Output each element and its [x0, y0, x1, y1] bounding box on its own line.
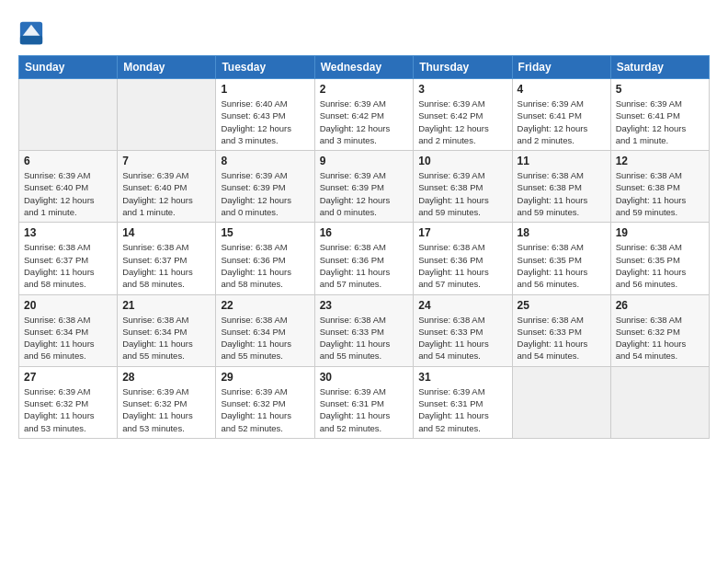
calendar-cell: 27Sunrise: 6:39 AM Sunset: 6:32 PM Dayli… — [19, 366, 118, 438]
calendar-week-row: 6Sunrise: 6:39 AM Sunset: 6:40 PM Daylig… — [19, 151, 710, 223]
day-number: 1 — [221, 83, 309, 96]
day-info: Sunrise: 6:38 AM Sunset: 6:36 PM Dayligh… — [320, 241, 409, 290]
day-number: 17 — [418, 226, 506, 239]
day-info: Sunrise: 6:38 AM Sunset: 6:37 PM Dayligh… — [24, 241, 112, 290]
calendar-cell: 16Sunrise: 6:38 AM Sunset: 6:36 PM Dayli… — [314, 223, 414, 294]
page: SundayMondayTuesdayWednesdayThursdayFrid… — [0, 0, 728, 563]
calendar-cell: 17Sunrise: 6:38 AM Sunset: 6:36 PM Dayli… — [414, 223, 512, 294]
day-info: Sunrise: 6:38 AM Sunset: 6:37 PM Dayligh… — [122, 241, 210, 290]
calendar-cell — [19, 79, 118, 151]
svg-rect-2 — [20, 36, 42, 44]
day-number: 9 — [320, 155, 409, 167]
calendar-week-row: 27Sunrise: 6:39 AM Sunset: 6:32 PM Dayli… — [19, 366, 710, 438]
calendar-cell: 10Sunrise: 6:39 AM Sunset: 6:38 PM Dayli… — [414, 151, 512, 223]
day-number: 25 — [518, 299, 606, 312]
day-info: Sunrise: 6:39 AM Sunset: 6:32 PM Dayligh… — [221, 385, 309, 434]
day-info: Sunrise: 6:39 AM Sunset: 6:31 PM Dayligh… — [320, 385, 409, 434]
calendar-cell — [118, 79, 216, 151]
day-number: 27 — [24, 371, 112, 384]
day-number: 10 — [418, 155, 506, 167]
calendar-cell: 11Sunrise: 6:38 AM Sunset: 6:38 PM Dayli… — [512, 151, 610, 223]
calendar-cell: 3Sunrise: 6:39 AM Sunset: 6:42 PM Daylig… — [414, 79, 512, 151]
day-info: Sunrise: 6:38 AM Sunset: 6:36 PM Dayligh… — [418, 241, 506, 290]
calendar-cell — [610, 366, 709, 438]
day-number: 22 — [221, 299, 309, 312]
day-number: 28 — [122, 371, 210, 384]
day-info: Sunrise: 6:40 AM Sunset: 6:43 PM Dayligh… — [221, 98, 309, 146]
weekday-header: Monday — [118, 56, 216, 79]
weekday-header: Tuesday — [216, 56, 314, 79]
header — [18, 17, 710, 46]
day-number: 30 — [320, 371, 409, 384]
day-number: 21 — [122, 299, 210, 312]
day-number: 8 — [221, 155, 309, 167]
day-number: 7 — [122, 155, 210, 167]
calendar-cell: 31Sunrise: 6:39 AM Sunset: 6:31 PM Dayli… — [414, 366, 512, 438]
day-info: Sunrise: 6:38 AM Sunset: 6:33 PM Dayligh… — [320, 314, 409, 362]
calendar-cell — [512, 366, 610, 438]
logo — [18, 20, 46, 46]
day-number: 20 — [24, 299, 112, 312]
calendar-cell: 12Sunrise: 6:38 AM Sunset: 6:38 PM Dayli… — [610, 151, 709, 223]
day-info: Sunrise: 6:38 AM Sunset: 6:35 PM Dayligh… — [616, 241, 704, 290]
day-number: 11 — [518, 155, 606, 167]
logo-icon — [18, 20, 44, 46]
day-info: Sunrise: 6:39 AM Sunset: 6:38 PM Dayligh… — [418, 169, 506, 218]
calendar-cell: 2Sunrise: 6:39 AM Sunset: 6:42 PM Daylig… — [314, 79, 414, 151]
calendar-cell: 6Sunrise: 6:39 AM Sunset: 6:40 PM Daylig… — [19, 151, 118, 223]
day-number: 4 — [518, 83, 606, 96]
calendar-cell: 15Sunrise: 6:38 AM Sunset: 6:36 PM Dayli… — [216, 223, 314, 294]
calendar-cell: 13Sunrise: 6:38 AM Sunset: 6:37 PM Dayli… — [19, 223, 118, 294]
calendar-cell: 29Sunrise: 6:39 AM Sunset: 6:32 PM Dayli… — [216, 366, 314, 438]
calendar-cell: 24Sunrise: 6:38 AM Sunset: 6:33 PM Dayli… — [414, 294, 512, 366]
calendar-cell: 26Sunrise: 6:38 AM Sunset: 6:32 PM Dayli… — [610, 294, 709, 366]
day-number: 24 — [418, 299, 506, 312]
day-number: 3 — [418, 83, 506, 96]
weekday-header: Wednesday — [314, 56, 414, 79]
weekday-header: Thursday — [414, 56, 512, 79]
day-info: Sunrise: 6:38 AM Sunset: 6:34 PM Dayligh… — [221, 314, 309, 362]
day-info: Sunrise: 6:38 AM Sunset: 6:33 PM Dayligh… — [418, 314, 506, 362]
day-number: 2 — [320, 83, 409, 96]
day-number: 14 — [122, 226, 210, 239]
day-info: Sunrise: 6:38 AM Sunset: 6:33 PM Dayligh… — [518, 314, 606, 362]
weekday-header: Saturday — [610, 56, 709, 79]
day-info: Sunrise: 6:39 AM Sunset: 6:41 PM Dayligh… — [518, 98, 606, 146]
day-info: Sunrise: 6:39 AM Sunset: 6:42 PM Dayligh… — [418, 98, 506, 146]
calendar-cell: 23Sunrise: 6:38 AM Sunset: 6:33 PM Dayli… — [314, 294, 414, 366]
calendar-cell: 30Sunrise: 6:39 AM Sunset: 6:31 PM Dayli… — [314, 366, 414, 438]
calendar-cell: 7Sunrise: 6:39 AM Sunset: 6:40 PM Daylig… — [118, 151, 216, 223]
day-info: Sunrise: 6:39 AM Sunset: 6:40 PM Dayligh… — [24, 169, 112, 218]
day-number: 16 — [320, 226, 409, 239]
day-number: 6 — [24, 155, 112, 167]
calendar-cell: 1Sunrise: 6:40 AM Sunset: 6:43 PM Daylig… — [216, 79, 314, 151]
calendar-table: SundayMondayTuesdayWednesdayThursdayFrid… — [18, 55, 710, 439]
calendar-cell: 4Sunrise: 6:39 AM Sunset: 6:41 PM Daylig… — [512, 79, 610, 151]
day-info: Sunrise: 6:38 AM Sunset: 6:38 PM Dayligh… — [518, 169, 606, 218]
calendar-cell: 9Sunrise: 6:39 AM Sunset: 6:39 PM Daylig… — [314, 151, 414, 223]
calendar-cell: 19Sunrise: 6:38 AM Sunset: 6:35 PM Dayli… — [610, 223, 709, 294]
calendar-cell: 14Sunrise: 6:38 AM Sunset: 6:37 PM Dayli… — [118, 223, 216, 294]
calendar-week-row: 1Sunrise: 6:40 AM Sunset: 6:43 PM Daylig… — [19, 79, 710, 151]
day-number: 12 — [616, 155, 704, 167]
calendar-cell: 25Sunrise: 6:38 AM Sunset: 6:33 PM Dayli… — [512, 294, 610, 366]
day-info: Sunrise: 6:39 AM Sunset: 6:32 PM Dayligh… — [122, 385, 210, 434]
day-info: Sunrise: 6:39 AM Sunset: 6:39 PM Dayligh… — [320, 169, 409, 218]
calendar-cell: 18Sunrise: 6:38 AM Sunset: 6:35 PM Dayli… — [512, 223, 610, 294]
day-number: 31 — [418, 371, 506, 384]
day-number: 5 — [616, 83, 704, 96]
weekday-header: Sunday — [19, 56, 118, 79]
weekday-header-row: SundayMondayTuesdayWednesdayThursdayFrid… — [19, 56, 710, 79]
calendar-cell: 20Sunrise: 6:38 AM Sunset: 6:34 PM Dayli… — [19, 294, 118, 366]
day-info: Sunrise: 6:38 AM Sunset: 6:36 PM Dayligh… — [221, 241, 309, 290]
weekday-header: Friday — [512, 56, 610, 79]
day-info: Sunrise: 6:38 AM Sunset: 6:35 PM Dayligh… — [518, 241, 606, 290]
day-info: Sunrise: 6:39 AM Sunset: 6:31 PM Dayligh… — [418, 385, 506, 434]
day-number: 15 — [221, 226, 309, 239]
day-info: Sunrise: 6:39 AM Sunset: 6:41 PM Dayligh… — [616, 98, 704, 146]
calendar-cell: 5Sunrise: 6:39 AM Sunset: 6:41 PM Daylig… — [610, 79, 709, 151]
calendar-cell: 22Sunrise: 6:38 AM Sunset: 6:34 PM Dayli… — [216, 294, 314, 366]
day-number: 13 — [24, 226, 112, 239]
calendar-week-row: 13Sunrise: 6:38 AM Sunset: 6:37 PM Dayli… — [19, 223, 710, 294]
day-number: 23 — [320, 299, 409, 312]
